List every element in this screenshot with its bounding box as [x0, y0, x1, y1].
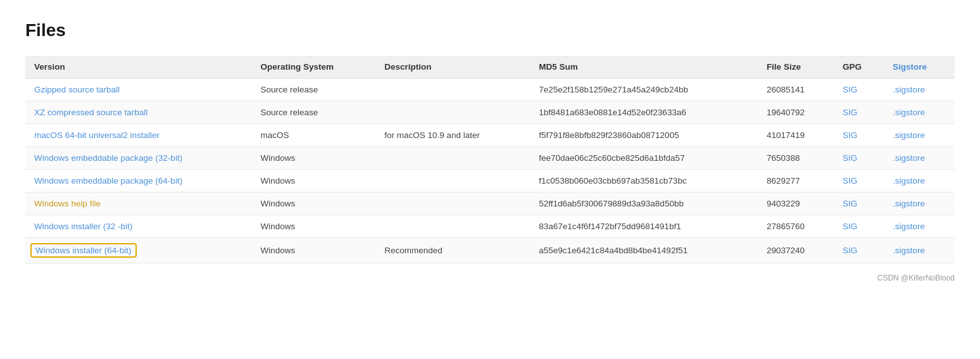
table-body: Gzipped source tarballSource release7e25… — [25, 79, 955, 263]
cell-filesize: 19640792 — [758, 101, 834, 124]
gpg-link[interactable]: SIG — [843, 153, 857, 163]
cell-md5: 83a67e1c4f6f1472bf75dd9681491bf1 — [530, 215, 758, 238]
cell-version: Windows embeddable package (64-bit) — [25, 170, 252, 192]
cell-version: macOS 64-bit universal2 installer — [25, 124, 252, 147]
version-link[interactable]: Windows installer (32 -bit) — [34, 222, 132, 231]
col-sigstore: Sigstore — [884, 56, 955, 79]
cell-version: Gzipped source tarball — [25, 79, 252, 101]
cell-sigstore: .sigstore — [884, 124, 955, 147]
cell-sigstore: .sigstore — [884, 170, 955, 192]
cell-gpg: SIG — [834, 192, 884, 215]
version-link[interactable]: XZ compressed source tarball — [34, 108, 148, 117]
table-row: Windows help fileWindows52ff1d6ab5f30067… — [25, 192, 955, 215]
cell-description: Recommended — [375, 238, 530, 263]
gpg-link[interactable]: SIG — [843, 85, 857, 94]
cell-filesize: 27865760 — [758, 215, 834, 238]
cell-filesize: 7650388 — [758, 147, 834, 170]
cell-description — [375, 79, 530, 101]
cell-filesize: 8629277 — [758, 170, 834, 192]
version-link[interactable]: Windows embeddable package (64-bit) — [34, 176, 182, 186]
cell-md5: 7e25e2f158b1259e271a45a249cb24bb — [530, 79, 758, 101]
cell-md5: f1c0538b060e03cbb697ab3581cb73bc — [530, 170, 758, 192]
gpg-link[interactable]: SIG — [843, 108, 857, 117]
gpg-link[interactable]: SIG — [843, 176, 857, 186]
gpg-link[interactable]: SIG — [843, 246, 857, 255]
sigstore-link[interactable]: .sigstore — [893, 153, 925, 163]
cell-version: Windows installer (64-bit) — [25, 238, 252, 263]
cell-gpg: SIG — [834, 238, 884, 263]
cell-os: Windows — [252, 170, 376, 192]
cell-md5: 52ff1d6ab5f300679889d3a93a8d50bb — [530, 192, 758, 215]
sigstore-link[interactable]: .sigstore — [893, 246, 925, 255]
col-os: Operating System — [252, 56, 376, 79]
col-version: Version — [25, 56, 252, 79]
cell-gpg: SIG — [834, 215, 884, 238]
table-row: Windows installer (64-bit)WindowsRecomme… — [25, 238, 955, 263]
table-row: Gzipped source tarballSource release7e25… — [25, 79, 955, 101]
sigstore-link[interactable]: .sigstore — [893, 85, 925, 94]
cell-version: XZ compressed source tarball — [25, 101, 252, 124]
cell-description: for macOS 10.9 and later — [375, 124, 530, 147]
cell-gpg: SIG — [834, 124, 884, 147]
cell-sigstore: .sigstore — [884, 215, 955, 238]
cell-gpg: SIG — [834, 170, 884, 192]
cell-filesize: 29037240 — [758, 238, 834, 263]
table-row: Windows embeddable package (64-bit)Windo… — [25, 170, 955, 192]
table-row: Windows embeddable package (32-bit)Windo… — [25, 147, 955, 170]
cell-os: Source release — [252, 79, 376, 101]
cell-gpg: SIG — [834, 101, 884, 124]
table-header: Version Operating System Description MD5… — [25, 56, 955, 79]
cell-sigstore: .sigstore — [884, 147, 955, 170]
page-title: Files — [25, 20, 955, 41]
sigstore-link[interactable]: .sigstore — [893, 176, 925, 186]
cell-sigstore: .sigstore — [884, 238, 955, 263]
cell-sigstore: .sigstore — [884, 101, 955, 124]
files-table: Version Operating System Description MD5… — [25, 56, 955, 263]
col-gpg: GPG — [834, 56, 884, 79]
cell-os: Windows — [252, 238, 376, 263]
col-md5: MD5 Sum — [530, 56, 758, 79]
cell-sigstore: .sigstore — [884, 192, 955, 215]
cell-filesize: 26085141 — [758, 79, 834, 101]
version-link[interactable]: Windows embeddable package (32-bit) — [34, 153, 182, 163]
cell-os: Windows — [252, 147, 376, 170]
table-row: Windows installer (32 -bit)Windows83a67e… — [25, 215, 955, 238]
table-row: XZ compressed source tarballSource relea… — [25, 101, 955, 124]
version-link[interactable]: Windows installer (64-bit) — [35, 246, 132, 255]
version-link[interactable]: Gzipped source tarball — [34, 85, 120, 94]
cell-gpg: SIG — [834, 79, 884, 101]
cell-version: Windows embeddable package (32-bit) — [25, 147, 252, 170]
cell-version: Windows help file — [25, 192, 252, 215]
version-link[interactable]: Windows help file — [34, 199, 101, 208]
sigstore-link[interactable]: .sigstore — [893, 222, 925, 231]
cell-description — [375, 215, 530, 238]
cell-filesize: 41017419 — [758, 124, 834, 147]
cell-sigstore: .sigstore — [884, 79, 955, 101]
footer-note: CSDN @KillerNoBlood — [25, 274, 955, 282]
col-filesize: File Size — [758, 56, 834, 79]
gpg-link[interactable]: SIG — [843, 199, 857, 208]
col-description: Description — [375, 56, 530, 79]
version-link[interactable]: macOS 64-bit universal2 installer — [34, 130, 160, 140]
gpg-link[interactable]: SIG — [843, 130, 857, 140]
cell-os: Source release — [252, 101, 376, 124]
cell-description — [375, 101, 530, 124]
cell-description — [375, 192, 530, 215]
sigstore-link[interactable]: .sigstore — [893, 108, 925, 117]
cell-md5: fee70dae06c25c60cbe825d6a1bfda57 — [530, 147, 758, 170]
cell-description — [375, 147, 530, 170]
cell-version: Windows installer (32 -bit) — [25, 215, 252, 238]
cell-os: macOS — [252, 124, 376, 147]
cell-os: Windows — [252, 192, 376, 215]
gpg-link[interactable]: SIG — [843, 222, 857, 231]
table-row: macOS 64-bit universal2 installermacOSfo… — [25, 124, 955, 147]
cell-md5: 1bf8481a683e0881e14d52e0f23633a6 — [530, 101, 758, 124]
cell-md5: f5f791f8e8bfb829f23860ab08712005 — [530, 124, 758, 147]
cell-description — [375, 170, 530, 192]
cell-md5: a55e9c1e6421c84a4bd8b4be41492f51 — [530, 238, 758, 263]
cell-gpg: SIG — [834, 147, 884, 170]
cell-filesize: 9403229 — [758, 192, 834, 215]
sigstore-link[interactable]: .sigstore — [893, 199, 925, 208]
sigstore-link[interactable]: .sigstore — [893, 130, 925, 140]
cell-os: Windows — [252, 215, 376, 238]
